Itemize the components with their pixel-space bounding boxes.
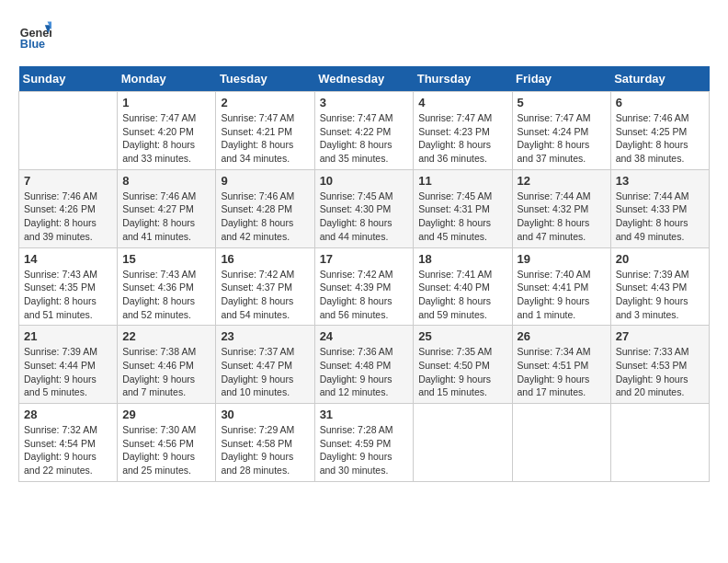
calendar-header-row: SundayMondayTuesdayWednesdayThursdayFrid…: [19, 66, 710, 92]
calendar-cell: 2Sunrise: 7:47 AM Sunset: 4:21 PM Daylig…: [216, 92, 314, 170]
day-info: Sunrise: 7:46 AM Sunset: 4:28 PM Dayligh…: [221, 190, 309, 244]
day-number: 23: [221, 329, 309, 343]
calendar-cell: 23Sunrise: 7:37 AM Sunset: 4:47 PM Dayli…: [216, 326, 314, 404]
calendar-week-row: 21Sunrise: 7:39 AM Sunset: 4:44 PM Dayli…: [19, 326, 710, 404]
day-number: 30: [221, 408, 309, 421]
day-info: Sunrise: 7:45 AM Sunset: 4:30 PM Dayligh…: [320, 190, 409, 244]
day-number: 4: [418, 96, 506, 109]
day-number: 19: [518, 252, 606, 266]
calendar-week-row: 14Sunrise: 7:43 AM Sunset: 4:35 PM Dayli…: [19, 247, 710, 326]
day-info: Sunrise: 7:42 AM Sunset: 4:39 PM Dayligh…: [320, 268, 409, 322]
day-number: 9: [221, 174, 309, 188]
day-info: Sunrise: 7:32 AM Sunset: 4:54 PM Dayligh…: [24, 423, 112, 477]
day-number: 13: [616, 174, 704, 188]
day-number: 6: [616, 96, 704, 109]
calendar-cell: 9Sunrise: 7:46 AM Sunset: 4:28 PM Daylig…: [216, 169, 314, 247]
calendar-cell: 25Sunrise: 7:35 AM Sunset: 4:50 PM Dayli…: [414, 326, 512, 404]
calendar-cell: 4Sunrise: 7:47 AM Sunset: 4:23 PM Daylig…: [414, 92, 512, 170]
calendar-cell: 17Sunrise: 7:42 AM Sunset: 4:39 PM Dayli…: [314, 247, 414, 326]
calendar-cell: 19Sunrise: 7:40 AM Sunset: 4:41 PM Dayli…: [512, 247, 610, 326]
day-number: 29: [122, 408, 210, 421]
day-info: Sunrise: 7:42 AM Sunset: 4:37 PM Dayligh…: [221, 268, 309, 322]
day-info: Sunrise: 7:46 AM Sunset: 4:25 PM Dayligh…: [616, 111, 704, 166]
day-number: 24: [320, 329, 409, 343]
day-number: 2: [221, 96, 309, 109]
day-number: 21: [24, 329, 112, 343]
calendar-cell: [414, 404, 512, 482]
day-number: 22: [122, 329, 210, 343]
day-number: 26: [518, 329, 606, 343]
day-info: Sunrise: 7:36 AM Sunset: 4:48 PM Dayligh…: [320, 345, 409, 399]
calendar-cell: 16Sunrise: 7:42 AM Sunset: 4:37 PM Dayli…: [216, 247, 314, 326]
day-info: Sunrise: 7:38 AM Sunset: 4:46 PM Dayligh…: [122, 345, 210, 399]
day-info: Sunrise: 7:39 AM Sunset: 4:44 PM Dayligh…: [24, 345, 112, 399]
day-info: Sunrise: 7:41 AM Sunset: 4:40 PM Dayligh…: [418, 268, 506, 322]
day-info: Sunrise: 7:34 AM Sunset: 4:51 PM Dayligh…: [518, 345, 606, 399]
column-header-saturday: Saturday: [610, 66, 709, 92]
calendar-cell: 22Sunrise: 7:38 AM Sunset: 4:46 PM Dayli…: [118, 326, 216, 404]
calendar-cell: [512, 404, 610, 482]
day-number: 18: [418, 252, 506, 266]
day-info: Sunrise: 7:40 AM Sunset: 4:41 PM Dayligh…: [518, 268, 606, 322]
day-number: 10: [320, 174, 409, 188]
day-info: Sunrise: 7:44 AM Sunset: 4:33 PM Dayligh…: [616, 190, 704, 244]
calendar-cell: 14Sunrise: 7:43 AM Sunset: 4:35 PM Dayli…: [19, 247, 118, 326]
day-info: Sunrise: 7:35 AM Sunset: 4:50 PM Dayligh…: [418, 345, 506, 399]
day-number: 27: [616, 329, 704, 343]
calendar-cell: [19, 92, 118, 170]
day-info: Sunrise: 7:46 AM Sunset: 4:27 PM Dayligh…: [122, 190, 210, 244]
calendar-cell: 28Sunrise: 7:32 AM Sunset: 4:54 PM Dayli…: [19, 404, 118, 482]
svg-text:Blue: Blue: [20, 38, 45, 51]
column-header-sunday: Sunday: [19, 66, 118, 92]
day-number: 16: [221, 252, 309, 266]
calendar-cell: 6Sunrise: 7:46 AM Sunset: 4:25 PM Daylig…: [610, 92, 709, 170]
calendar-cell: 8Sunrise: 7:46 AM Sunset: 4:27 PM Daylig…: [118, 169, 216, 247]
column-header-monday: Monday: [118, 66, 216, 92]
calendar-table: SundayMondayTuesdayWednesdayThursdayFrid…: [18, 66, 710, 482]
day-number: 3: [320, 96, 409, 109]
column-header-thursday: Thursday: [414, 66, 512, 92]
calendar-cell: [610, 404, 709, 482]
column-header-tuesday: Tuesday: [216, 66, 314, 92]
calendar-cell: 26Sunrise: 7:34 AM Sunset: 4:51 PM Dayli…: [512, 326, 610, 404]
day-number: 11: [418, 174, 506, 188]
day-info: Sunrise: 7:28 AM Sunset: 4:59 PM Dayligh…: [320, 423, 409, 477]
day-number: 12: [518, 174, 606, 188]
calendar-week-row: 7Sunrise: 7:46 AM Sunset: 4:26 PM Daylig…: [19, 169, 710, 247]
day-info: Sunrise: 7:37 AM Sunset: 4:47 PM Dayligh…: [221, 345, 309, 399]
day-number: 25: [418, 329, 506, 343]
day-info: Sunrise: 7:43 AM Sunset: 4:35 PM Dayligh…: [24, 268, 112, 322]
day-info: Sunrise: 7:47 AM Sunset: 4:20 PM Dayligh…: [122, 111, 210, 166]
calendar-cell: 20Sunrise: 7:39 AM Sunset: 4:43 PM Dayli…: [610, 247, 709, 326]
calendar-week-row: 28Sunrise: 7:32 AM Sunset: 4:54 PM Dayli…: [19, 404, 710, 482]
calendar-cell: 27Sunrise: 7:33 AM Sunset: 4:53 PM Dayli…: [610, 326, 709, 404]
day-number: 8: [122, 174, 210, 188]
day-info: Sunrise: 7:47 AM Sunset: 4:24 PM Dayligh…: [518, 111, 606, 166]
day-info: Sunrise: 7:29 AM Sunset: 4:58 PM Dayligh…: [221, 423, 309, 477]
calendar-cell: 3Sunrise: 7:47 AM Sunset: 4:22 PM Daylig…: [314, 92, 414, 170]
day-info: Sunrise: 7:47 AM Sunset: 4:23 PM Dayligh…: [418, 111, 506, 166]
calendar-cell: 31Sunrise: 7:28 AM Sunset: 4:59 PM Dayli…: [314, 404, 414, 482]
logo: General Blue: [18, 18, 55, 52]
page-header: General Blue: [18, 18, 710, 52]
calendar-cell: 1Sunrise: 7:47 AM Sunset: 4:20 PM Daylig…: [118, 92, 216, 170]
day-info: Sunrise: 7:44 AM Sunset: 4:32 PM Dayligh…: [518, 190, 606, 244]
calendar-week-row: 1Sunrise: 7:47 AM Sunset: 4:20 PM Daylig…: [19, 92, 710, 170]
day-info: Sunrise: 7:46 AM Sunset: 4:26 PM Dayligh…: [24, 190, 112, 244]
day-number: 28: [24, 408, 112, 421]
day-number: 20: [616, 252, 704, 266]
day-number: 5: [518, 96, 606, 109]
calendar-cell: 11Sunrise: 7:45 AM Sunset: 4:31 PM Dayli…: [414, 169, 512, 247]
calendar-cell: 12Sunrise: 7:44 AM Sunset: 4:32 PM Dayli…: [512, 169, 610, 247]
calendar-cell: 29Sunrise: 7:30 AM Sunset: 4:56 PM Dayli…: [118, 404, 216, 482]
calendar-cell: 21Sunrise: 7:39 AM Sunset: 4:44 PM Dayli…: [19, 326, 118, 404]
day-info: Sunrise: 7:47 AM Sunset: 4:21 PM Dayligh…: [221, 111, 309, 166]
day-info: Sunrise: 7:30 AM Sunset: 4:56 PM Dayligh…: [122, 423, 210, 477]
day-info: Sunrise: 7:39 AM Sunset: 4:43 PM Dayligh…: [616, 268, 704, 322]
day-info: Sunrise: 7:45 AM Sunset: 4:31 PM Dayligh…: [418, 190, 506, 244]
day-number: 7: [24, 174, 112, 188]
day-number: 14: [24, 252, 112, 266]
day-number: 1: [122, 96, 210, 109]
day-info: Sunrise: 7:33 AM Sunset: 4:53 PM Dayligh…: [616, 345, 704, 399]
day-number: 17: [320, 252, 409, 266]
